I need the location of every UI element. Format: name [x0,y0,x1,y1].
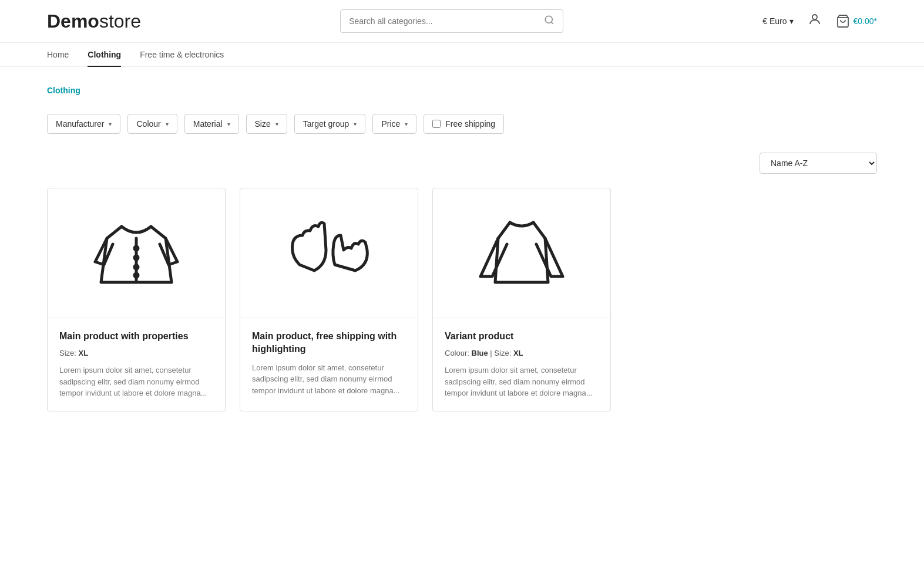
svg-point-7 [135,265,138,269]
filter-colour-label: Colour [136,119,160,129]
product-image-2 [240,188,418,318]
search-button[interactable] [544,15,555,28]
material-chevron-icon: ▾ [227,121,230,127]
site-logo[interactable]: Demostore [47,11,141,32]
product-card-2[interactable]: Main product, free shipping with highlig… [240,188,418,411]
free-shipping-checkbox[interactable] [432,120,441,128]
nav-item-clothing[interactable]: Clothing [88,43,121,66]
target-group-chevron-icon: ▾ [354,121,357,127]
product-info-1: Main product with properties Size: XL Lo… [48,318,225,411]
sweater-icon [475,206,569,300]
filter-material-label: Material [193,119,223,129]
filter-bar: Manufacturer ▾ Colour ▾ Material ▾ Size … [47,114,877,134]
product-colour-value-3: Blue [472,349,488,357]
product-image-1 [48,188,225,318]
free-shipping-filter[interactable]: Free shipping [424,114,504,134]
user-account-button[interactable] [808,12,822,30]
filter-price[interactable]: Price ▾ [372,114,416,134]
product-desc-2: Lorem ipsum dolor sit amet, consetetur s… [252,362,406,397]
currency-chevron-icon: ▾ [789,16,794,26]
product-name-3: Variant product [445,330,599,343]
product-image-3 [433,188,610,318]
product-card-3[interactable]: Variant product Colour: Blue | Size: XL … [432,188,611,411]
product-props-1: Size: XL [59,349,213,357]
svg-point-0 [545,16,552,23]
mittens-icon [282,206,376,300]
search-bar [340,9,563,33]
jacket-icon [89,206,183,300]
svg-point-5 [135,247,138,250]
filter-colour[interactable]: Colour ▾ [127,114,177,134]
product-name-1: Main product with properties [59,330,213,343]
sort-select[interactable]: Name A-Z Name Z-A Price ascending Price … [760,153,877,174]
search-input[interactable] [349,16,544,26]
product-props-value-1: XL [79,349,89,357]
nav-item-free-time[interactable]: Free time & electronics [140,43,224,66]
filter-target-group[interactable]: Target group ▾ [294,114,366,134]
main-nav: Home Clothing Free time & electronics [0,43,924,67]
cart-button[interactable]: €0.00* [836,14,877,28]
free-shipping-label: Free shipping [445,119,495,129]
product-card-1[interactable]: Main product with properties Size: XL Lo… [47,188,226,411]
colour-chevron-icon: ▾ [166,121,169,127]
currency-label: € Euro [762,16,787,26]
product-size-value-3: XL [513,349,523,357]
currency-selector[interactable]: € Euro ▾ [762,16,793,26]
product-grid: Main product with properties Size: XL Lo… [47,188,611,411]
user-icon [808,12,822,26]
svg-point-2 [812,15,817,19]
price-chevron-icon: ▾ [405,121,408,127]
filter-target-group-label: Target group [303,119,350,129]
size-chevron-icon: ▾ [275,121,278,127]
product-colour-label-3: Colour: [445,349,469,357]
main-content: Clothing Manufacturer ▾ Colour ▾ Materia… [0,67,924,430]
product-size-label-3: Size: [494,349,511,357]
filter-price-label: Price [381,119,400,129]
manufacturer-chevron-icon: ▾ [109,121,112,127]
filter-size[interactable]: Size ▾ [246,114,287,134]
filter-material[interactable]: Material ▾ [184,114,239,134]
product-info-3: Variant product Colour: Blue | Size: XL … [433,318,610,411]
search-icon [544,15,555,25]
filter-manufacturer[interactable]: Manufacturer ▾ [47,114,120,134]
product-desc-1: Lorem ipsum dolor sit amet, consetetur s… [59,365,213,399]
product-props-3: Colour: Blue | Size: XL [445,349,599,357]
logo-bold: Demo [47,11,99,32]
product-info-2: Main product, free shipping with highlig… [240,318,418,408]
site-header: Demostore € Euro ▾ €0.00* [0,0,924,43]
product-props-label-1: Size: [59,349,76,357]
nav-item-home[interactable]: Home [47,43,69,66]
cart-icon [836,14,850,28]
cart-price: €0.00* [854,16,877,26]
svg-point-8 [135,274,138,277]
sort-row: Name A-Z Name Z-A Price ascending Price … [47,153,877,174]
header-actions: € Euro ▾ €0.00* [762,12,877,30]
svg-point-6 [135,256,138,259]
filter-size-label: Size [255,119,271,129]
filter-manufacturer-label: Manufacturer [56,119,104,129]
product-name-2: Main product, free shipping with highlig… [252,330,406,356]
product-desc-3: Lorem ipsum dolor sit amet, consetetur s… [445,365,599,399]
logo-rest: store [99,11,141,32]
svg-line-1 [552,22,553,23]
page-title: Clothing [47,86,877,95]
